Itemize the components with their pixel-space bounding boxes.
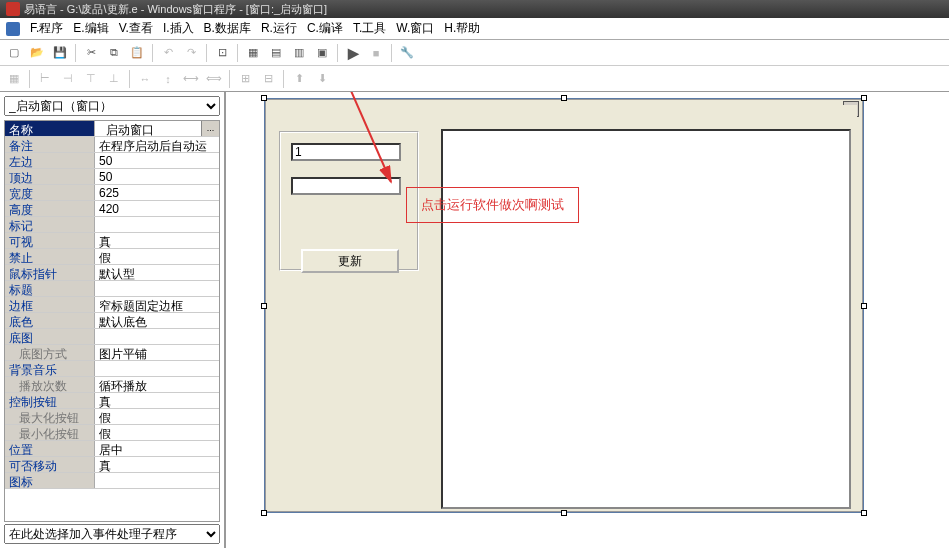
align-left-icon[interactable]: ⊢ [35,69,55,89]
prop-value[interactable]: 循环播放 [95,377,219,392]
prop-value[interactable]: 假 [95,409,219,424]
layout2-icon[interactable]: ▤ [266,43,286,63]
menu-compile[interactable]: C.编译 [307,20,343,37]
menu-insert[interactable]: I.插入 [163,20,194,37]
prop-label: 图标 [5,473,95,488]
prop-row-备注[interactable]: 备注在程序启动后自动运 [5,137,219,153]
prop-row-控制按钮[interactable]: 控制按钮真 [5,393,219,409]
textbox-1[interactable] [291,143,401,161]
prop-value[interactable]: 假 [95,425,219,440]
prop-value[interactable]: 默认型 [95,265,219,280]
designed-window[interactable]: 更新 [264,98,864,513]
prop-edit-button[interactable]: ... [201,121,219,136]
prop-row-可否移动[interactable]: 可否移动真 [5,457,219,473]
layout3-icon[interactable]: ▥ [289,43,309,63]
run-icon[interactable]: ▶ [343,43,363,63]
update-button[interactable]: 更新 [301,249,399,273]
menu-run[interactable]: R.运行 [261,20,297,37]
prop-row-名称[interactable]: 名称_启动窗口... [5,121,219,137]
prop-row-背景音乐[interactable]: 背景音乐 [5,361,219,377]
prop-row-图标[interactable]: 图标 [5,473,219,489]
find-icon[interactable]: ⊡ [212,43,232,63]
new-icon[interactable]: ▢ [4,43,24,63]
prop-row-底图方式[interactable]: 底图方式图片平铺 [5,345,219,361]
paste-icon[interactable]: 📋 [127,43,147,63]
prop-row-底图[interactable]: 底图 [5,329,219,345]
layout4-icon[interactable]: ▣ [312,43,332,63]
prop-value[interactable]: 420 [95,201,219,216]
prop-row-最大化按钮[interactable]: 最大化按钮假 [5,409,219,425]
design-surface[interactable]: 更新 点击运行软件做次啊测试 [226,92,949,548]
debug-icon[interactable]: 🔧 [397,43,417,63]
prop-value[interactable]: 居中 [95,441,219,456]
prop-value[interactable]: 真 [95,457,219,472]
prop-value[interactable] [95,281,219,296]
prop-value[interactable]: 在程序启动后自动运 [95,137,219,152]
prop-row-左边[interactable]: 左边50 [5,153,219,169]
prop-row-边框[interactable]: 边框窄标题固定边框 [5,297,219,313]
prop-label: 鼠标指针 [5,265,95,280]
align-right-icon[interactable]: ⊤ [81,69,101,89]
align-center-icon[interactable]: ⊣ [58,69,78,89]
send-back-icon[interactable]: ⬇ [312,69,332,89]
prop-value[interactable] [95,217,219,232]
center-v-icon[interactable]: ⊟ [258,69,278,89]
group-panel[interactable]: 更新 [279,131,419,271]
prop-row-宽度[interactable]: 宽度625 [5,185,219,201]
center-h-icon[interactable]: ⊞ [235,69,255,89]
dist-h-icon[interactable]: ↔ [135,69,155,89]
stop-icon[interactable]: ■ [366,43,386,63]
open-icon[interactable]: 📂 [27,43,47,63]
property-grid[interactable]: 名称_启动窗口...备注在程序启动后自动运左边50顶边50宽度625高度420标… [4,120,220,522]
output-textbox[interactable] [441,129,851,509]
menu-window[interactable]: W.窗口 [396,20,434,37]
menu-edit[interactable]: E.编辑 [73,20,108,37]
object-selector[interactable]: _启动窗口（窗口） [4,96,220,116]
prop-row-标记[interactable]: 标记 [5,217,219,233]
save-icon[interactable]: 💾 [50,43,70,63]
prop-value[interactable] [95,473,219,488]
undo-icon[interactable]: ↶ [158,43,178,63]
prop-row-播放次数[interactable]: 播放次数循环播放 [5,377,219,393]
event-selector[interactable]: 在此处选择加入事件处理子程序 [4,524,220,544]
menu-tools[interactable]: T.工具 [353,20,386,37]
prop-value[interactable]: 625 [95,185,219,200]
cut-icon[interactable]: ✂ [81,43,101,63]
prop-row-鼠标指针[interactable]: 鼠标指针默认型 [5,265,219,281]
prop-value[interactable]: 50 [95,169,219,184]
prop-value[interactable]: 50 [95,153,219,168]
annotation-box: 点击运行软件做次啊测试 [406,187,579,223]
menu-view[interactable]: V.查看 [119,20,153,37]
prop-row-可视[interactable]: 可视真 [5,233,219,249]
bring-front-icon[interactable]: ⬆ [289,69,309,89]
prop-value[interactable]: 真 [95,393,219,408]
menu-database[interactable]: B.数据库 [204,20,251,37]
dist-v-icon[interactable]: ↕ [158,69,178,89]
prop-value[interactable] [95,329,219,344]
layout1-icon[interactable]: ▦ [243,43,263,63]
prop-value[interactable] [95,361,219,376]
prop-row-底色[interactable]: 底色默认底色 [5,313,219,329]
menu-program[interactable]: F.程序 [30,20,63,37]
prop-row-位置[interactable]: 位置居中 [5,441,219,457]
prop-value[interactable]: 真 [95,233,219,248]
prop-value[interactable]: 假 [95,249,219,264]
prop-value[interactable]: 图片平铺 [95,345,219,360]
align-top-icon[interactable]: ⊥ [104,69,124,89]
same-h-icon[interactable]: ⟺ [204,69,224,89]
copy-icon[interactable]: ⧉ [104,43,124,63]
redo-icon[interactable]: ↷ [181,43,201,63]
grid-icon[interactable]: ▦ [4,69,24,89]
prop-label: 名称 [5,121,95,136]
prop-value[interactable]: 窄标题固定边框 [95,297,219,312]
menu-help[interactable]: H.帮助 [444,20,480,37]
prop-row-高度[interactable]: 高度420 [5,201,219,217]
textbox-2[interactable] [291,177,401,195]
same-w-icon[interactable]: ⟷ [181,69,201,89]
prop-value[interactable]: _启动窗口 [95,121,201,136]
prop-value[interactable]: 默认底色 [95,313,219,328]
prop-row-最小化按钮[interactable]: 最小化按钮假 [5,425,219,441]
prop-row-顶边[interactable]: 顶边50 [5,169,219,185]
prop-row-标题[interactable]: 标题 [5,281,219,297]
prop-row-禁止[interactable]: 禁止假 [5,249,219,265]
